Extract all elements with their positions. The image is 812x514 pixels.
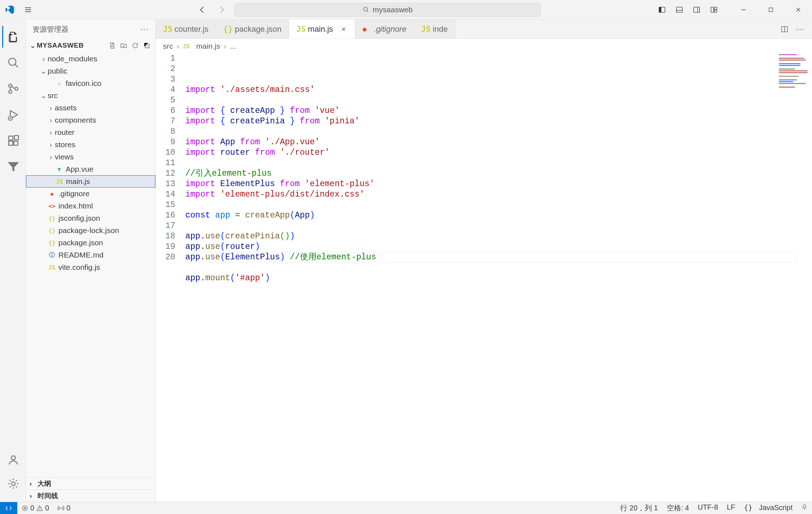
file-tree-item[interactable]: ⌄src: [26, 89, 155, 102]
error-icon: [22, 505, 28, 511]
layout-sidebar-right-icon[interactable]: [688, 1, 705, 18]
explorer-tab-icon[interactable]: [2, 26, 24, 48]
search-tab-icon[interactable]: [2, 52, 24, 74]
svg-rect-17: [14, 141, 18, 145]
search-icon: [363, 6, 369, 13]
file-tree-item[interactable]: {}package-lock.json: [26, 224, 155, 237]
sidebar-more-icon[interactable]: ···: [140, 25, 149, 34]
file-tree-item[interactable]: ★favicon.ico: [26, 77, 155, 89]
file-tree-item[interactable]: ◆.gitignore: [26, 188, 155, 200]
svg-point-24: [61, 508, 62, 509]
chevron-right-icon: ›: [40, 54, 48, 63]
cursor-position-status[interactable]: 行 20，列 1: [616, 503, 662, 513]
file-label: public: [48, 67, 67, 75]
file-icon: {}: [223, 25, 231, 34]
file-icon: ◆: [362, 25, 370, 34]
editor-tab[interactable]: JScounter.js: [156, 19, 216, 39]
explorer-sidebar: 资源管理器 ··· ⌄ MYSAASWEB ›node_modules⌄publ…: [26, 19, 156, 502]
tab-label: counter.js: [175, 25, 208, 34]
file-tree-item[interactable]: <>index.html: [26, 200, 155, 212]
nav-back-button[interactable]: [195, 3, 210, 17]
new-folder-icon[interactable]: [118, 40, 129, 51]
customize-layout-icon[interactable]: [705, 1, 723, 18]
collapse-all-icon[interactable]: [141, 40, 153, 51]
file-tree-item[interactable]: ›router: [26, 126, 155, 139]
outline-section[interactable]: › 大纲: [26, 477, 155, 489]
window-minimize-button[interactable]: [730, 0, 757, 19]
file-label: jsconfig.json: [58, 214, 100, 223]
svg-rect-7: [714, 10, 717, 12]
file-tree-item[interactable]: JSvite.config.js: [26, 261, 155, 273]
account-icon[interactable]: [2, 449, 24, 471]
file-label: .gitignore: [58, 189, 89, 198]
layout-panel-bottom-icon[interactable]: [671, 1, 688, 18]
file-label: vite.config.js: [58, 263, 100, 272]
close-tab-icon[interactable]: [340, 26, 348, 32]
file-tree-item[interactable]: ›components: [26, 114, 155, 126]
file-label: App.vue: [66, 165, 93, 173]
file-icon: JS: [421, 25, 429, 34]
extensions-tab-icon[interactable]: [2, 130, 24, 151]
breadcrumb-file[interactable]: JS main.js: [183, 42, 220, 50]
language-status[interactable]: {} JavaScript: [740, 503, 797, 512]
title-bar: mysaasweb: [0, 0, 812, 19]
refresh-icon[interactable]: [129, 40, 141, 51]
debug-tab-icon[interactable]: [2, 104, 24, 126]
timeline-section[interactable]: › 时间线: [26, 489, 155, 502]
code-body[interactable]: import './assets/main.css'import { creat…: [185, 53, 812, 502]
file-icon: JS: [296, 25, 304, 34]
project-header[interactable]: ⌄ MYSAASWEB: [26, 39, 155, 52]
svg-point-9: [9, 58, 16, 65]
file-tree-item[interactable]: JSmain.js: [26, 175, 155, 188]
sidebar-title: 资源管理器: [32, 25, 140, 34]
breadcrumb-folder[interactable]: src: [163, 42, 173, 50]
minimap[interactable]: [776, 53, 812, 126]
ports-status[interactable]: 0: [53, 502, 75, 514]
layout-sidebar-left-icon[interactable]: [653, 1, 671, 18]
breadcrumb[interactable]: src › JS main.js › ...: [156, 39, 812, 53]
editor-tab[interactable]: JSinde: [414, 19, 455, 39]
breadcrumb-symbol[interactable]: ...: [230, 42, 237, 50]
notification-bell-icon[interactable]: [797, 503, 812, 510]
window-close-button[interactable]: [785, 0, 812, 19]
editor-tab[interactable]: JSmain.js: [289, 19, 355, 39]
file-tree-item[interactable]: ›assets: [26, 102, 155, 114]
file-tree-item[interactable]: {}jsconfig.json: [26, 212, 155, 224]
vscode-logo-icon: [0, 5, 19, 15]
encoding-status[interactable]: UTF-8: [693, 503, 723, 511]
file-tree-item[interactable]: {}package.json: [26, 237, 155, 249]
file-icon: <>: [48, 203, 56, 210]
file-tree-item[interactable]: ⓘREADME.md: [26, 249, 155, 261]
file-tree-item[interactable]: ›views: [26, 151, 155, 163]
eol-status[interactable]: LF: [723, 503, 740, 511]
file-tree-item[interactable]: ▼App.vue: [26, 163, 155, 175]
settings-gear-icon[interactable]: [2, 473, 24, 495]
file-icon: ⓘ: [48, 251, 56, 259]
activity-bar: [0, 19, 26, 502]
filter-tab-icon[interactable]: [2, 156, 24, 177]
new-file-icon[interactable]: [106, 40, 118, 51]
menu-button[interactable]: [19, 6, 37, 14]
file-tree-item[interactable]: ›node_modules: [26, 53, 155, 65]
editor-tab[interactable]: {}package.json: [216, 19, 289, 39]
tab-more-icon[interactable]: ···: [794, 23, 807, 36]
problems-status[interactable]: 0 0: [17, 502, 53, 514]
file-label: assets: [55, 104, 77, 112]
indent-status[interactable]: 空格: 4: [662, 503, 693, 513]
remote-indicator[interactable]: [0, 502, 17, 514]
chevron-right-icon: ›: [30, 492, 37, 500]
nav-forward-button[interactable]: [214, 3, 229, 17]
svg-rect-5: [711, 7, 714, 12]
chevron-right-icon: ›: [47, 128, 55, 137]
scm-tab-icon[interactable]: [2, 78, 24, 100]
code-editor[interactable]: 1234567891011121314151617181920 import '…: [156, 53, 812, 502]
file-label: stores: [55, 140, 75, 149]
file-tree-item[interactable]: ⌄public: [26, 65, 155, 77]
window-maximize-button[interactable]: [757, 0, 785, 19]
command-center[interactable]: mysaasweb: [234, 3, 541, 17]
file-label: router: [55, 128, 75, 137]
split-editor-icon[interactable]: [778, 23, 791, 36]
file-tree-item[interactable]: ›stores: [26, 139, 155, 151]
svg-rect-15: [9, 136, 13, 140]
editor-tab[interactable]: ◆.gitignore: [355, 19, 414, 39]
